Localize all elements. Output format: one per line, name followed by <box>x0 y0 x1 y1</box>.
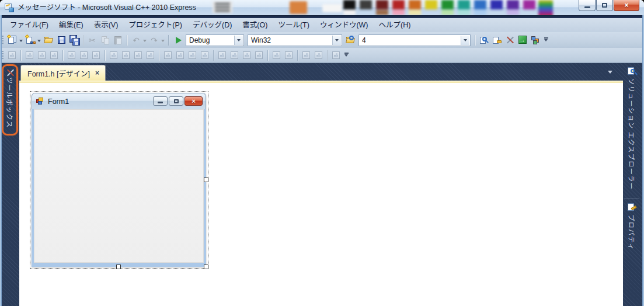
menu-edit[interactable]: 編集(E) <box>54 18 89 32</box>
separator <box>159 50 159 61</box>
form-close-button[interactable]: × <box>185 96 203 106</box>
menu-debug[interactable]: デバッグ(D) <box>187 18 237 32</box>
menu-help[interactable]: ヘルプ(H) <box>374 18 416 32</box>
minimize-button[interactable] <box>579 0 596 11</box>
horiz-spacing-increase-icon[interactable] <box>174 50 186 61</box>
solution-configurations-combo[interactable]: Debug <box>186 34 244 46</box>
same-height-icon[interactable] <box>144 50 156 61</box>
maximize-button[interactable] <box>596 0 613 11</box>
open-folder-icon <box>44 35 54 45</box>
undo-icon: ↶ <box>133 36 140 44</box>
vert-spacing-increase-icon[interactable] <box>228 50 241 61</box>
menu-file[interactable]: ファイル(F) <box>5 18 54 32</box>
align-lefts-icon[interactable] <box>23 50 36 61</box>
chevron-down-icon[interactable] <box>332 36 341 45</box>
horiz-spacing-decrease-icon[interactable] <box>186 50 199 61</box>
toolbox-button[interactable] <box>503 34 516 47</box>
properties-tab-label: プロパティ <box>627 214 636 251</box>
tab-order-icon[interactable] <box>330 50 342 61</box>
paste-button[interactable] <box>112 34 124 47</box>
align-tops-icon[interactable] <box>65 50 78 61</box>
redo-dropdown-caret-icon[interactable] <box>161 40 165 44</box>
chevron-down-icon[interactable] <box>461 36 469 45</box>
new-project-button[interactable] <box>6 34 19 47</box>
document-well: ツールボックス Form1.h [デザイン] × Form1 <box>0 63 644 306</box>
vert-spacing-remove-icon[interactable] <box>253 50 265 61</box>
cut-button[interactable]: ✂ <box>86 34 99 47</box>
find-combo[interactable]: 4 <box>358 34 471 46</box>
copy-button[interactable] <box>99 34 112 47</box>
menu-project[interactable]: プロジェクト(P) <box>123 18 187 32</box>
toolbar-grip[interactable] <box>2 51 4 60</box>
menu-view[interactable]: 表示(V) <box>89 18 124 32</box>
chevron-down-icon[interactable] <box>234 36 243 45</box>
align-middles-icon[interactable] <box>78 50 90 61</box>
close-icon: × <box>192 98 195 105</box>
form-minimize-button[interactable] <box>153 96 168 106</box>
find-in-files-button[interactable] <box>344 34 357 47</box>
same-width-icon[interactable] <box>107 50 120 61</box>
snap-to-grid-icon[interactable] <box>6 50 18 61</box>
save-button[interactable] <box>55 34 68 47</box>
solution-explorer-tab[interactable]: ソリューション エクスプローラー <box>627 65 637 196</box>
separator <box>105 50 105 61</box>
horiz-spacing-equal-icon[interactable] <box>162 50 174 61</box>
other-windows-button[interactable] <box>529 34 542 47</box>
menu-format[interactable]: 書式(O) <box>237 18 273 32</box>
blurred-color-swatch <box>343 0 356 9</box>
separator <box>475 35 475 46</box>
undo-button[interactable]: ↶ <box>130 34 142 47</box>
align-bottoms-icon[interactable] <box>90 50 102 61</box>
toolbar-grip[interactable] <box>2 36 4 45</box>
save-all-button[interactable] <box>68 34 81 47</box>
document-list-dropdown-icon[interactable] <box>608 71 612 76</box>
start-debugging-button[interactable] <box>171 34 184 47</box>
vert-spacing-equal-icon[interactable] <box>216 50 228 61</box>
resize-handle-bottom[interactable] <box>116 265 121 269</box>
redo-button[interactable]: ↷ <box>148 34 161 47</box>
properties-tab[interactable]: プロパティ <box>627 201 637 256</box>
cut-icon: ✂ <box>89 36 96 44</box>
form-caption-buttons: × <box>153 96 203 106</box>
send-to-back-icon[interactable] <box>312 50 325 61</box>
resize-handle-bottom-right[interactable] <box>204 265 208 269</box>
open-file-button[interactable] <box>42 34 55 47</box>
properties-window-button[interactable] <box>490 34 503 47</box>
toolbar-overflow-button[interactable] <box>543 37 549 43</box>
form-client-area[interactable] <box>32 109 206 267</box>
tab-form1-design[interactable]: Form1.h [デザイン] × <box>20 65 106 81</box>
green-arrow-box-icon: → <box>518 35 528 45</box>
add-item-button[interactable] <box>24 34 37 47</box>
new-project-dropdown-caret-icon[interactable] <box>19 40 23 44</box>
vert-spacing-decrease-icon[interactable] <box>241 50 253 61</box>
resize-handle-right[interactable] <box>204 178 208 182</box>
designed-form[interactable]: Form1 × <box>32 93 206 267</box>
caption-buttons: × <box>579 0 639 11</box>
solution-explorer-button[interactable] <box>478 34 490 47</box>
toolbar-overflow-button[interactable] <box>343 53 349 58</box>
undo-dropdown-caret-icon[interactable] <box>143 40 147 44</box>
menu-window[interactable]: ウィンドウ(W) <box>315 18 374 32</box>
menu-tools[interactable]: ツール(T) <box>273 18 314 32</box>
center-vertically-icon[interactable] <box>283 50 295 61</box>
horiz-spacing-remove-icon[interactable] <box>199 50 211 61</box>
find-in-files-icon <box>346 35 356 45</box>
combo-value: Win32 <box>251 36 271 44</box>
size-to-grid-icon[interactable] <box>120 50 132 61</box>
align-rights-icon[interactable] <box>48 50 60 61</box>
toolbox-tab-highlighted[interactable]: ツールボックス <box>2 64 18 135</box>
close-button[interactable]: × <box>614 0 639 11</box>
center-horizontally-icon[interactable] <box>270 50 283 61</box>
form-maximize-button[interactable] <box>169 96 183 106</box>
designer-surface[interactable]: Form1 × <box>19 83 623 306</box>
add-item-dropdown-caret-icon[interactable] <box>37 40 41 44</box>
solution-platforms-combo[interactable]: Win32 <box>248 34 342 46</box>
window-border-left <box>0 15 2 306</box>
tab-close-icon[interactable]: × <box>95 69 99 76</box>
separator <box>213 50 214 61</box>
extension-manager-button[interactable]: → <box>516 34 529 47</box>
same-size-icon[interactable] <box>132 50 144 61</box>
form-title-bar[interactable]: Form1 × <box>32 93 206 109</box>
align-centers-icon[interactable] <box>36 50 48 61</box>
bring-to-front-icon[interactable] <box>300 50 312 61</box>
